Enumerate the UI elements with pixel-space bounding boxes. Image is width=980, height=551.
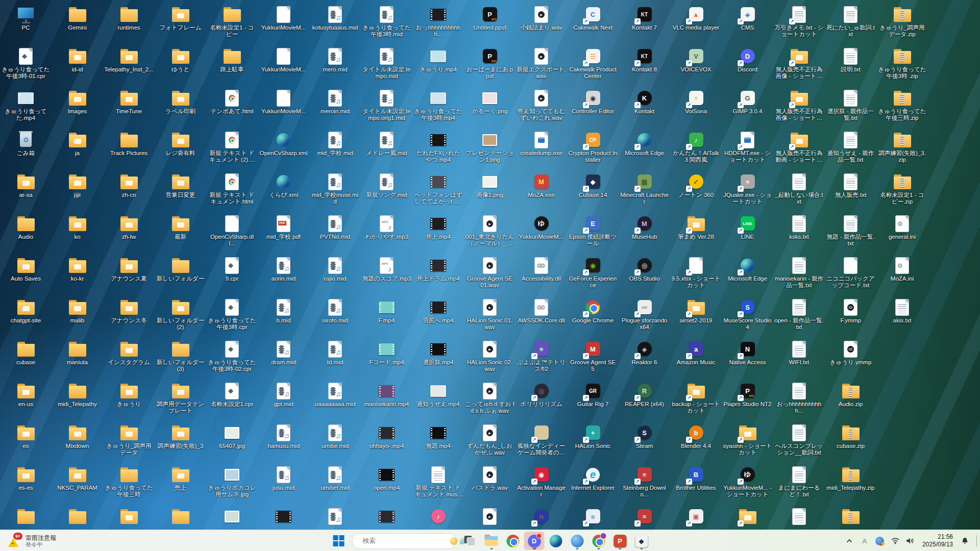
desktop-icon-新しいフォルダ-[interactable]: 新しいフォルダー (155, 253, 206, 295)
desktop-icon-新規エクスポ-ト-wav[interactable]: ▶新規エクスポート.wav (516, 44, 567, 86)
desktop-icon-羽尻へ-mp4[interactable]: 羽尻へ.mp4 (412, 295, 464, 337)
desktop-icon-es[interactable]: es (0, 420, 52, 462)
desktop-icon-uaaaaaaaa-mid[interactable]: ♫uaaaaaaaa.mid (309, 379, 361, 420)
desktop-icon-yukkurimoviem-[interactable]: YukkuriMovieM... (258, 2, 309, 44)
desktop-icon-cakewalk-product-center[interactable]: ☰↗Cakewalk Product Center (567, 44, 619, 86)
desktop-icon-無人販売不正行為-画像-ショ-トカッ-[interactable]: ↗無人販売不正行為 画像 - ショートカッ... (773, 44, 825, 86)
desktop-icon-かんたん-aitalk-3-関西風[interactable]: ♪↗かんたん！AITalk 3 関西風 (670, 128, 722, 169)
desktop-icon-zh-tw[interactable]: zh-tw (103, 211, 155, 253)
desktop-icon-yukkurimoviem-[interactable]: YukkuriMovieM... (258, 44, 309, 86)
desktop-icon-voisona[interactable]: ⚡↗VoiSona (670, 86, 722, 128)
desktop-icon-mid-学校-mid[interactable]: ♫mid_学校.mid (309, 128, 361, 169)
desktop-icon-halion-sonic-02-wav[interactable]: ▶HALion Sonic 02.wav (464, 337, 516, 379)
desktop-icon-steam[interactable]: S↗Steam (619, 420, 670, 462)
desktop-icon-jijii[interactable]: jijii (52, 169, 103, 211)
desktop-icon-r13c1[interactable] (0, 504, 52, 530)
desktop-icon-井上-mp4[interactable]: 井上.mp4 (412, 211, 464, 253)
desktop-icon-調声用デ-タテンプレ-ト[interactable]: 調声用データテンプレート (155, 379, 206, 420)
desktop-icon-backup-ショ-トカット[interactable]: ↗backup - ショートカット (670, 379, 722, 420)
desktop-icon-jquake-exe-ショ-トカット[interactable]: ≈↗JQuake.exe - ショートカット (722, 169, 773, 211)
desktop-icon-accessibility-dll[interactable]: ⚙⚙Accessibility.dll (516, 253, 567, 295)
desktop-icon-r13c12[interactable]: |||↗ (567, 504, 619, 530)
desktop-icon-gemini[interactable]: Gemini (52, 2, 103, 44)
desktop-icon-b-mid[interactable]: ♫b.mid (258, 295, 309, 337)
desktop-icon-通知うぜえ-mp4[interactable]: 通知うぜえ.mp4 (412, 379, 464, 420)
desktop-icon-hamusu-mid[interactable]: ♫hamusu.mid (258, 420, 309, 462)
start-button[interactable] (329, 532, 349, 550)
desktop-icon-cubase-zip[interactable]: cubase.zip (825, 420, 876, 462)
desktop-icon-レジ袋有料[interactable]: レジ袋有料 (155, 128, 206, 169)
desktop-icon-r13c2[interactable] (52, 504, 103, 530)
desktop-icon-audio-zip[interactable]: Audio.zip (825, 379, 876, 420)
desktop-icon-controller-editor[interactable]: ◉↗Controller Editor (567, 86, 619, 128)
desktop-icon-わかりやす-mp3[interactable]: MP3♪わかりやす.mp3 (361, 211, 412, 253)
desktop-icon-mid-学校muse-mid[interactable]: ♫mid_学校muse.mid (309, 169, 361, 211)
desktop-icon-筆まめ-ver-28[interactable]: ↗筆まめ Ver.28 (670, 211, 722, 253)
desktop-icon-plogue-sforzando-x64[interactable]: sfz↗Plogue sforzando x64 (619, 295, 670, 337)
desktop-icon-きゅうり[interactable]: きゅうり (103, 379, 155, 420)
taskbar-google-chrome[interactable] (503, 532, 523, 550)
notification-bell-icon[interactable]: z (958, 533, 971, 548)
desktop-icon-activation-manager[interactable]: ◉↗Activation Manager (516, 462, 567, 504)
desktop-icon-答え知っててもむずいわこれ-wav[interactable]: ▶答え知っててもむずいわこれ.wav (516, 86, 567, 128)
desktop-icon-untitled-ppsf[interactable]: PNT2Untitled.ppsf (464, 2, 516, 44)
desktop-icon-gimp-3-0-4[interactable]: G↗GIMP 3.0.4 (722, 86, 773, 128)
desktop-icon-pc[interactable]: PC (0, 2, 52, 44)
desktop-icon-yukkurimoviem-ショ-トカット[interactable]: ゆ↗YukkuriMovieM... - ショートカット (722, 462, 773, 504)
desktop-icon-無人販売-txt[interactable]: 無人販売.txt (825, 169, 876, 211)
desktop-icon-kotusytuaaus-mid[interactable]: ♫kotusytuaaus.mid (309, 2, 361, 44)
desktop-icon-jusu-mid[interactable]: ♫jusu.mid (258, 462, 309, 504)
show-desktop-button[interactable] (976, 535, 977, 546)
taskbar-blue-globe-app[interactable] (567, 532, 587, 550)
desktop-icon-ラベル印刷[interactable]: ラベル印刷 (155, 86, 206, 128)
desktop-icon-line[interactable]: LINE↗LINE (722, 211, 773, 253)
desktop-icon-無題-親作品一覧-txt[interactable]: 無題 - 親作品一覧.txt (825, 211, 876, 253)
search-box[interactable] (352, 533, 457, 549)
tray-clock[interactable]: 21:56 2025/09/13 (919, 533, 956, 548)
desktop-icon-無人販売不正行為-動画-ショ-トカット[interactable]: ↗無人販売不正行為 動画 - ショートカット (773, 128, 825, 169)
desktop-icon-アナウンス冬[interactable]: アナウンス冬 (103, 295, 155, 337)
desktop-icon-r13c13[interactable]: ≡↗ (619, 504, 670, 530)
desktop-icon-manisekarin-親作品一覧-txt[interactable]: manisekarin - 親作品一覧.txt (773, 253, 825, 295)
desktop-icon-halion-sonic[interactable]: +↗HALion Sonic (567, 420, 619, 462)
volume-icon[interactable] (904, 533, 917, 548)
desktop-icon-piapro-studio-nt2[interactable]: PNT2↗Piapro Studio NT2 (722, 379, 773, 420)
desktop-icon-調声練習-失敗-3-zip[interactable]: 調声練習(失敗)_3.zip (876, 128, 928, 169)
tray-ime-indicator[interactable]: A (858, 533, 871, 548)
desktop-icon-createdump-exe[interactable]: createdump.exe (516, 128, 567, 169)
desktop-icon-groove-agent-se-5[interactable]: M↗Groove Agent SE 5 (567, 337, 619, 379)
desktop-icon-akis-txt[interactable]: akis.txt (876, 295, 928, 337)
desktop-icon-cubase-14[interactable]: ◆↗Cubase 14 (567, 169, 619, 211)
desktop-icon-yukkurimoviem-[interactable]: ゆYukkuriMovieM... (516, 211, 567, 253)
desktop-icon-td-mid[interactable]: ♫td.mid (309, 337, 361, 379)
desktop-icon-タイトル未設定-tempo-orig1-mid[interactable]: ♫タイトル未設定.tempo.orig1.mid (361, 86, 412, 128)
desktop-icon-インスタグラム[interactable]: インスタグラム (103, 337, 155, 379)
desktop-icon-general-ini[interactable]: ⚙general.ini (876, 211, 928, 253)
desktop-icon-discord[interactable]: D↗Discord (722, 44, 773, 86)
desktop-icon-説明-txt[interactable]: 説明.txt (825, 44, 876, 86)
desktop-icon-steinberg-downlo-[interactable]: ≡↗Steinberg Downlo... (619, 462, 670, 504)
desktop-icon-9-5-xlsx-ショ-トカット[interactable]: ↗9.5.xlsx - ショートカット (670, 253, 722, 295)
desktop-icon-musehub[interactable]: M↗MuseHub (619, 211, 670, 253)
desktop-icon-cms[interactable]: ◈↗CMS (722, 2, 773, 44)
taskbar-powerpoint[interactable]: P (610, 532, 630, 550)
desktop-icon-fコ-ド-mp4[interactable]: Fコード.mp4 (361, 337, 412, 379)
desktop-icon-ヘルスコンプレッション-歌詞-txt[interactable]: ヘルスコンプレッション__歌詞.txt (773, 420, 825, 462)
desktop-icon-ポリリリリズム[interactable]: ◎↗ポリリリリズム (516, 379, 567, 420)
desktop-icon-meroin-mid[interactable]: ♫meroin.mid (309, 86, 361, 128)
desktop-icon-かる-く-png[interactable]: かるーく.png (464, 86, 516, 128)
taskbar-weather-widget[interactable]: 9+ 雷雨注意報 発令中 (5, 530, 59, 551)
taskbar-cubase[interactable]: ◆ (631, 532, 652, 550)
desktop-icon-midi-telepathy[interactable]: midi_Telepathy (52, 379, 103, 420)
desktop-icon-kontakt-8[interactable]: KT↗Kontakt 8 (619, 44, 670, 86)
desktop-icon-aorin-mid[interactable]: ♫aorin.mid (258, 253, 309, 295)
desktop-icon-telepathy-inst-2-[interactable]: Telepathy_Inst_2... (103, 44, 155, 86)
desktop-icon-nksc-param[interactable]: NKSC_PARAM (52, 462, 103, 504)
desktop-icon-きゅうり-調声用デ-タ[interactable]: きゅうり_調声用データ (103, 420, 155, 462)
desktop-icon-ノ-トン-360[interactable]: ✓↗ノートン 360 (670, 169, 722, 211)
desktop-icon-es-es[interactable]: es-es (0, 462, 52, 504)
desktop-icon-midi-telepathy-zip[interactable]: midi_Telepathy.zip (825, 462, 876, 504)
taskbar-discord[interactable]: D (524, 532, 545, 550)
desktop-icon-kontakt[interactable]: K↗Kontakt (619, 86, 670, 128)
desktop-icon-umibe-mid[interactable]: ♫umibe.mid (309, 420, 361, 462)
